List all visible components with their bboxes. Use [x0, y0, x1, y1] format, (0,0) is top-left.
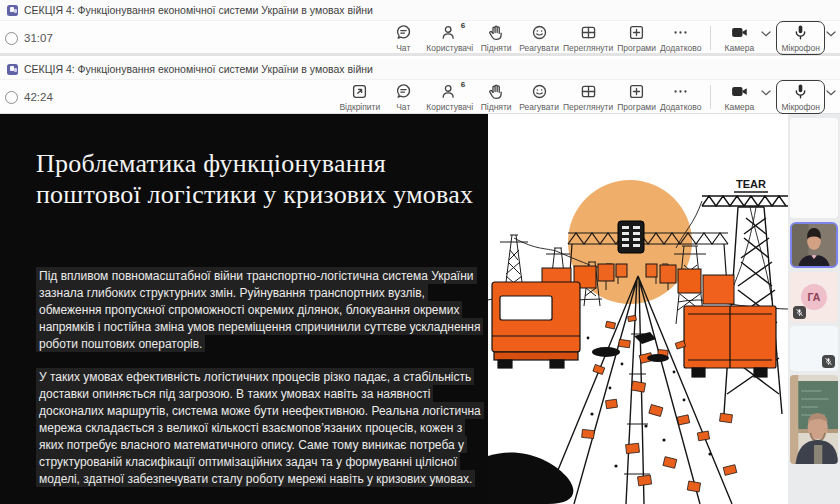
unpin-button[interactable]: Відкріпити [337, 82, 382, 112]
more-button[interactable]: Додатково [658, 82, 703, 112]
timer-ring-icon [5, 32, 18, 45]
participant-video-blank[interactable] [790, 118, 838, 218]
raise-hand-icon [487, 82, 506, 101]
button-label: Користувачі [426, 43, 473, 53]
participant-count-badge: 6 [461, 21, 465, 30]
more-icon [671, 23, 690, 42]
more-icon [671, 82, 690, 101]
button-label: Реагувати [519, 102, 559, 112]
participant-video-chalkboard[interactable] [790, 375, 838, 464]
meeting-timer-value: 31:07 [24, 32, 53, 44]
raise-hand-icon [487, 23, 506, 42]
shared-slide-text-panel: Проблематика функціонування поштової лог… [0, 114, 488, 504]
view-button[interactable]: Переглянути [561, 23, 615, 53]
mic-button[interactable]: Мікрофон [776, 80, 825, 114]
illustration-signature-text: TEAR [736, 178, 766, 190]
meeting-timer: 42:24 [5, 91, 53, 104]
participants-button[interactable]: 6Користувачі [424, 23, 475, 53]
chevron-down-icon[interactable] [826, 31, 836, 37]
teams-meeting-icon [7, 64, 18, 75]
truck-right [684, 306, 776, 377]
teams-meeting-icon [7, 5, 18, 16]
participant-video-light[interactable] [790, 326, 838, 371]
view-button[interactable]: Переглянути [561, 82, 615, 112]
button-label: Відкріпити [339, 102, 380, 112]
apps-button[interactable]: Програми [615, 82, 658, 112]
meeting-timer: 31:07 [5, 32, 53, 45]
toolbar-divider [710, 26, 711, 50]
truck-left [492, 282, 580, 368]
chat-icon [394, 82, 413, 101]
button-label: Програми [617, 43, 656, 53]
meeting-title: СЕКЦІЯ 4: Функціонування економічної сис… [24, 63, 373, 75]
button-label: Реагувати [519, 43, 559, 53]
meeting-title-bar: СЕКЦІЯ 4: Функціонування економічної сис… [0, 59, 840, 80]
slide-illustration-postal-logistics: TEAR [488, 114, 788, 504]
button-label: Підняти [481, 102, 512, 112]
react-icon [530, 23, 549, 42]
unpin-icon [350, 82, 369, 101]
meeting-toolbar-inner: СЕКЦІЯ 4: Функціонування економічної сис… [0, 59, 840, 114]
button-label: Додатково [660, 43, 701, 53]
camera-button[interactable]: Камера [718, 82, 760, 112]
mic-muted-icon [822, 355, 835, 368]
chevron-down-icon[interactable] [826, 90, 836, 96]
participants-button[interactable]: 6Користувачі [424, 82, 475, 112]
mic-icon [791, 82, 810, 101]
button-label: Додатково [660, 102, 701, 112]
button-label: Камера [725, 43, 755, 53]
chat-button[interactable]: Чат [382, 23, 424, 53]
meeting-timer-value: 42:24 [24, 91, 53, 103]
react-button[interactable]: Реагувати [517, 82, 561, 112]
participant-video-strip: ГА [788, 114, 840, 504]
toolbar-divider [710, 85, 711, 109]
mic-icon [791, 23, 810, 42]
camera-icon [730, 23, 749, 42]
camera-icon [730, 82, 749, 101]
chat-icon [394, 23, 413, 42]
slide-title: Проблематика функціонування поштової лог… [36, 148, 476, 210]
meeting-controls: 31:07 Чат6КористувачіПіднятиРеагуватиПер… [0, 21, 840, 55]
button-label: Програми [617, 102, 656, 112]
slide-paragraph: Під впливом повномасштабної війни трансп… [36, 267, 488, 352]
meeting-title-bar: СЕКЦІЯ 4: Функціонування економічної сис… [0, 0, 840, 21]
slide-paragraph: У таких умовах ефективність логістичних … [36, 368, 488, 487]
button-label: Мікрофон [781, 43, 820, 53]
react-button[interactable]: Реагувати [517, 23, 561, 53]
button-label: Переглянути [563, 43, 613, 53]
signal-sign [618, 221, 644, 253]
participant-count-badge: 6 [461, 80, 465, 89]
view-icon [579, 82, 598, 101]
button-label: Користувачі [426, 102, 473, 112]
button-label: Чат [396, 102, 410, 112]
apps-icon [627, 23, 646, 42]
chat-button[interactable]: Чат [382, 82, 424, 112]
react-icon [530, 82, 549, 101]
mic-muted-icon [793, 306, 806, 319]
participant-video-active-speaker[interactable] [790, 222, 838, 268]
chevron-down-icon[interactable] [761, 90, 771, 96]
apps-icon [627, 82, 646, 101]
meeting-title: СЕКЦІЯ 4: Функціонування економічної сис… [24, 4, 373, 16]
raise-hand-button[interactable]: Підняти [475, 82, 517, 112]
timer-ring-icon [5, 91, 18, 104]
more-button[interactable]: Додатково [658, 23, 703, 53]
meeting-controls: 42:24 ВідкріпитиЧат6КористувачіПіднятиРе… [0, 80, 840, 114]
button-label: Чат [396, 43, 410, 53]
button-label: Підняти [481, 43, 512, 53]
camera-button[interactable]: Камера [718, 23, 760, 53]
participant-avatar-tile[interactable]: ГА [790, 272, 838, 322]
people-icon: 6 [440, 23, 459, 42]
button-label: Переглянути [563, 102, 613, 112]
meeting-toolbar-outer: СЕКЦІЯ 4: Функціонування економічної сис… [0, 0, 840, 56]
button-label: Мікрофон [781, 102, 820, 112]
apps-button[interactable]: Програми [615, 23, 658, 53]
button-label: Камера [725, 102, 755, 112]
view-icon [579, 23, 598, 42]
mic-button[interactable]: Мікрофон [776, 21, 825, 55]
people-icon: 6 [440, 82, 459, 101]
chevron-down-icon[interactable] [761, 31, 771, 37]
raise-hand-button[interactable]: Підняти [475, 23, 517, 53]
meeting-window: СЕКЦІЯ 4: Функціонування економічної сис… [0, 0, 840, 504]
